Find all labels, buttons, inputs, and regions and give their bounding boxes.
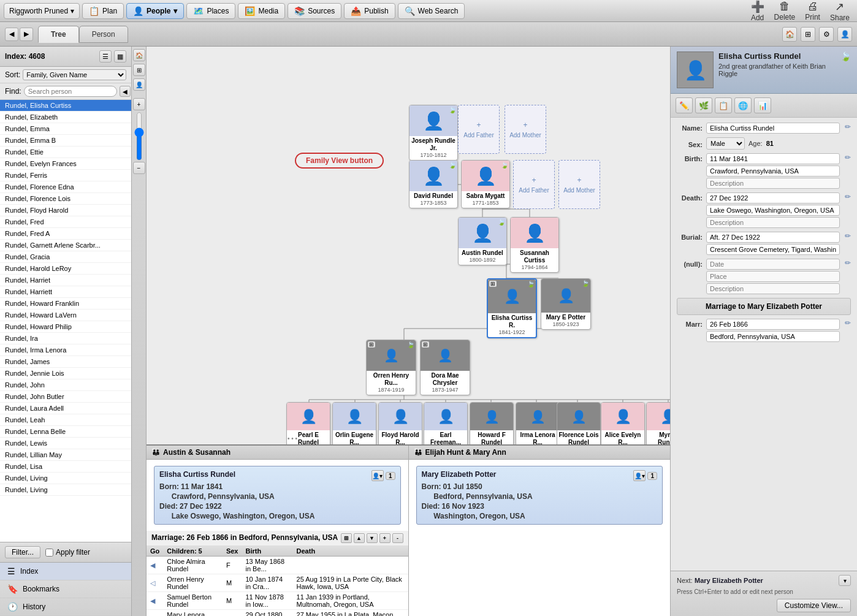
marriage-ctl4[interactable]: +	[379, 533, 390, 543]
burial-place-input[interactable]	[706, 244, 840, 255]
add-father-mid[interactable]: + Add Father	[513, 160, 555, 209]
app-dropdown[interactable]: Riggworth Pruned ▾	[4, 3, 80, 19]
list-item[interactable]: Rundel, Harold LeRoy	[0, 263, 131, 275]
list-item[interactable]: Rundel, John Butler	[0, 391, 131, 403]
null-desc-input[interactable]	[706, 283, 840, 294]
publish-button[interactable]: 📤 Publish	[344, 3, 395, 19]
list-item[interactable]: Rundel, Emma	[0, 123, 131, 135]
list-item[interactable]: Rundel, Lisa	[0, 461, 131, 473]
apply-filter-checkbox[interactable]: Apply filter	[45, 548, 90, 557]
marriage-ctl1[interactable]: ⊞	[341, 533, 352, 543]
marriage-section-btn[interactable]: Marriage to Mary Elizabeth Potter	[677, 298, 851, 315]
list-item[interactable]: Rundel, Lewis	[0, 438, 131, 449]
sources-button[interactable]: 📚 Sources	[288, 3, 341, 19]
tab-tree[interactable]: Tree	[38, 26, 79, 43]
find-prev[interactable]: ◀	[120, 86, 131, 97]
list-item[interactable]: Rundel, Living	[0, 484, 131, 496]
null-place-input[interactable]	[706, 271, 840, 282]
layout-tree-btn[interactable]: ⊞	[133, 64, 145, 76]
list-item[interactable]: Rundel, Living	[0, 473, 131, 484]
right-copy-btn[interactable]: 📋	[715, 97, 732, 113]
death-date-input[interactable]	[706, 192, 840, 203]
burial-edit-icon[interactable]: ✏	[845, 232, 851, 240]
forward-button[interactable]: ▶	[20, 28, 33, 41]
family-view-button[interactable]: Family View button	[295, 153, 384, 169]
list-item[interactable]: Rundel, Elisha Curtiss	[0, 100, 131, 112]
person-card-orlin[interactable]: 👤 Orlin Eugene R... 1897-1969	[332, 402, 376, 444]
person-card-susannah[interactable]: 👤 Susannah Curtiss 1794-1864	[510, 217, 559, 273]
filter-button[interactable]: Filter...	[5, 546, 40, 558]
list-item[interactable]: Rundel, Leah	[0, 414, 131, 426]
home-tree-btn[interactable]: 🏠	[133, 49, 145, 61]
list-item[interactable]: Rundel, Lenna Belle	[0, 426, 131, 438]
marr-edit-icon[interactable]: ✏	[845, 319, 851, 327]
person-card-mary-e[interactable]: 👤 🍃 Mary E Potter 1850-1923	[541, 278, 591, 330]
marriage-ctl3[interactable]: ▼	[367, 533, 378, 543]
person-card-howard-f[interactable]: 👤 Howard F Rundel 1904-1984	[470, 402, 514, 444]
person-card-elisha[interactable]: 👤 🍃 ⊞ Elisha Curtiss R. 1841-1922	[487, 278, 537, 338]
zoom-slider[interactable]	[134, 112, 144, 161]
share-button[interactable]: ↗ Share	[826, 0, 853, 23]
list-item[interactable]: Rundel, Floyd Harold	[0, 205, 131, 216]
child-name-4[interactable]: Mary Lenora Rundel	[163, 610, 223, 617]
back-button[interactable]: ◀	[5, 28, 18, 41]
person-card-earl[interactable]: 👤 Earl Freeman... 1901-1980	[424, 402, 468, 444]
sidebar-view-btn2[interactable]: ▦	[114, 50, 126, 63]
right-web-btn[interactable]: 🌐	[734, 97, 752, 113]
null-date-input[interactable]	[706, 259, 840, 270]
list-item[interactable]: Rundel, Jennie Lois	[0, 368, 131, 379]
sex-select[interactable]: Male Female	[706, 137, 745, 150]
sidebar-view-btn1[interactable]: ☰	[99, 50, 112, 63]
child-go-3[interactable]: ◀	[147, 592, 163, 610]
tab-person[interactable]: Person	[79, 26, 128, 43]
add-button[interactable]: ➕ Add	[747, 0, 768, 23]
list-item[interactable]: Rundel, Emma B	[0, 135, 131, 146]
list-item[interactable]: Rundel, James	[0, 356, 131, 368]
list-item[interactable]: Rundel, Gracia	[0, 251, 131, 263]
birth-desc-input[interactable]	[706, 178, 840, 189]
list-item[interactable]: Rundel, Fred	[0, 216, 131, 228]
person-tree-btn[interactable]: 👤	[133, 78, 145, 91]
sidebar-item-history[interactable]: 🕐 History	[0, 598, 131, 616]
delete-button[interactable]: 🗑 Delete	[771, 0, 799, 23]
person-card-orren[interactable]: 👤 ⊞ 🍃 Orren Henry Ru... 1874-1919	[366, 340, 416, 395]
people-button[interactable]: 👤 People ▾	[126, 3, 184, 19]
marr-place-input[interactable]	[706, 331, 840, 342]
sidebar-item-index[interactable]: ☰ Index	[0, 563, 131, 580]
person-card-joseph[interactable]: 👤 🍃 Joseph Rundle Jr. 1710-1812	[409, 105, 458, 161]
list-item[interactable]: Rundel, Elizabeth	[0, 112, 131, 123]
filter-checkbox-input[interactable]	[45, 549, 53, 557]
add-father-top[interactable]: + Add Father	[458, 105, 500, 154]
person1-nav-btn[interactable]: 👤▾	[371, 470, 384, 481]
right-leaf-btn[interactable]: 🌿	[695, 97, 712, 113]
list-item[interactable]: Rundel, Florence Lois	[0, 193, 131, 205]
places-button[interactable]: 🗺️ Places	[186, 3, 235, 19]
child-name-2[interactable]: Orren Henry Rundel	[163, 574, 223, 592]
zoom-out-btn[interactable]: −	[133, 162, 145, 174]
list-item[interactable]: Rundel, Harriet	[0, 275, 131, 286]
next-collapse-btn[interactable]: ▾	[839, 575, 851, 586]
print-button[interactable]: 🖨 Print	[801, 0, 824, 23]
person-btn[interactable]: 👤	[837, 27, 852, 42]
person-card-david[interactable]: 👤 🍃 David Rundel 1773-1853	[409, 160, 458, 208]
birth-date-input[interactable]	[706, 153, 840, 164]
list-item[interactable]: Rundel, Irma Lenora	[0, 344, 131, 356]
death-place-input[interactable]	[706, 205, 840, 216]
customize-view-button[interactable]: Customize View...	[777, 599, 851, 612]
name-input[interactable]	[706, 123, 840, 134]
person-card-alice[interactable]: 👤 Alice Evelyn R... 1901-1988	[601, 402, 645, 444]
list-item[interactable]: Rundel, Ira	[0, 333, 131, 344]
child-go-4[interactable]: ◀	[147, 610, 163, 617]
marr-date-input[interactable]	[706, 319, 840, 330]
burial-date-input[interactable]	[706, 232, 840, 243]
list-item[interactable]: Rundel, Ettie	[0, 146, 131, 158]
person-card-myrtle[interactable]: 👤 Myrtle Rundel 1903-	[646, 402, 670, 444]
sort-select[interactable]: Family, Given Name Given Name Birth Date	[23, 69, 126, 80]
settings-button[interactable]: ⚙	[819, 27, 834, 42]
list-item[interactable]: Rundel, Florence Edna	[0, 181, 131, 193]
list-item[interactable]: Rundel, Evelyn Frances	[0, 158, 131, 170]
death-edit-icon[interactable]: ✏	[845, 192, 851, 201]
person-card-austin[interactable]: 👤 🍃 Austin Rundel 1800-1892	[458, 217, 507, 265]
person-card-dora[interactable]: 👤 ⊞ Dora Mae Chrysler 1873-1947	[420, 340, 470, 395]
birth-edit-icon[interactable]: ✏	[845, 153, 851, 162]
